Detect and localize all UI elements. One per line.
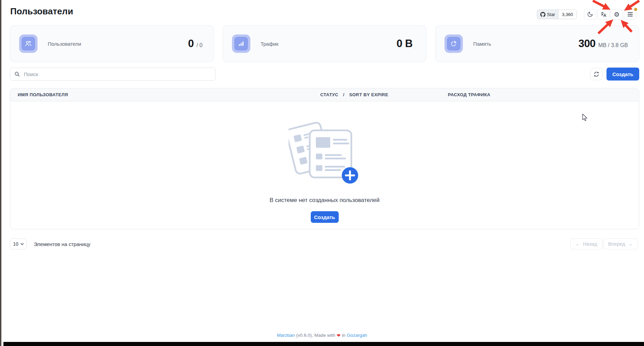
footer-location-link[interactable]: Gozargah bbox=[347, 333, 367, 338]
traffic-bars-icon bbox=[237, 40, 245, 47]
next-page-button[interactable]: Вперед → bbox=[603, 239, 638, 249]
menu-button[interactable] bbox=[624, 9, 636, 20]
stats-row: Пользователи 0 / 0 Трафик 0 B bbox=[10, 25, 639, 62]
create-user-button[interactable]: Создать bbox=[606, 68, 639, 81]
page-title: Пользователи bbox=[10, 6, 73, 17]
translate-icon bbox=[600, 11, 607, 18]
empty-documents-illustration bbox=[289, 118, 361, 193]
github-star-widget[interactable]: Star 3,360 bbox=[537, 10, 577, 19]
stat-value: 300 MB / 3.8 GB bbox=[579, 38, 628, 50]
table-empty-body: В системе нет созданных пользователей Со… bbox=[10, 101, 639, 229]
stat-label: Трафик bbox=[261, 41, 278, 47]
moon-icon bbox=[587, 11, 593, 17]
plus-icon bbox=[342, 167, 358, 184]
table-header-row: ИМЯ ПОЛЬЗОВАТЕЛЯ СТАТУС / SORT BY EXPIRE… bbox=[10, 88, 639, 101]
pagination-row: 10 Элементов на страницу ← Назад Вперед … bbox=[10, 239, 638, 249]
search-box bbox=[10, 68, 216, 81]
arrow-left-icon: ← bbox=[575, 241, 581, 247]
footer-in-text: in bbox=[342, 333, 346, 338]
empty-state-message: В системе нет созданных пользователей bbox=[269, 197, 380, 204]
stat-label: Пользователи bbox=[48, 41, 81, 47]
refresh-icon bbox=[593, 71, 600, 77]
stat-card-users: Пользователи 0 / 0 bbox=[10, 25, 214, 62]
language-button[interactable] bbox=[597, 9, 610, 20]
left-screen-edge bbox=[0, 0, 1, 346]
footer: Marzban (v0.6.0), Made with ❤ in Gozarga… bbox=[0, 333, 644, 338]
stat-value: 0 B bbox=[397, 38, 415, 50]
per-page-label: Элементов на страницу bbox=[34, 241, 90, 247]
search-input[interactable] bbox=[23, 71, 211, 77]
notification-dot bbox=[634, 8, 637, 11]
memory-pie-icon bbox=[450, 40, 457, 47]
heart-icon: ❤ bbox=[337, 333, 340, 338]
bottom-screen-edge bbox=[3, 342, 644, 346]
stat-label: Память bbox=[473, 41, 491, 47]
chevron-down-icon bbox=[20, 243, 24, 245]
sort-by-expire[interactable]: SORT BY EXPIRE bbox=[349, 92, 388, 97]
prev-page-button[interactable]: ← Назад bbox=[570, 239, 602, 249]
page-size-select[interactable]: 10 bbox=[10, 239, 27, 249]
gear-icon: ⚙ bbox=[614, 11, 619, 18]
column-separator: / bbox=[343, 92, 345, 97]
github-star-button[interactable]: Star bbox=[537, 10, 559, 19]
github-octocat-icon bbox=[540, 12, 545, 17]
stat-card-traffic: Трафик 0 B bbox=[223, 25, 427, 62]
users-table: ИМЯ ПОЛЬЗОВАТЕЛЯ СТАТУС / SORT BY EXPIRE… bbox=[10, 88, 639, 229]
hamburger-icon bbox=[628, 12, 633, 16]
dark-mode-button[interactable] bbox=[584, 9, 596, 20]
arrow-right-icon: → bbox=[628, 241, 633, 247]
refresh-button[interactable] bbox=[590, 68, 602, 80]
settings-button[interactable]: ⚙ bbox=[611, 9, 623, 20]
column-header-traffic[interactable]: РАСХОД ТРАФИКА bbox=[448, 88, 491, 101]
column-header-username[interactable]: ИМЯ ПОЛЬЗОВАТЕЛЯ bbox=[18, 88, 68, 101]
empty-state-create-button[interactable]: Создать bbox=[311, 211, 339, 223]
stat-value: 0 / 0 bbox=[188, 38, 203, 50]
footer-version-text: (v0.6.0), Made with bbox=[296, 333, 335, 338]
sort-by-status[interactable]: СТАТУС bbox=[320, 92, 338, 97]
github-star-label: Star bbox=[547, 12, 555, 17]
github-star-count[interactable]: 3,360 bbox=[558, 10, 576, 19]
stat-card-memory: Память 300 MB / 3.8 GB bbox=[435, 25, 639, 62]
users-icon bbox=[25, 40, 32, 47]
search-icon bbox=[14, 71, 20, 77]
footer-brand-link[interactable]: Marzban bbox=[277, 333, 295, 338]
column-header-status-expire: СТАТУС / SORT BY EXPIRE bbox=[320, 88, 388, 101]
top-actions: Star 3,360 ⚙ bbox=[537, 9, 636, 20]
